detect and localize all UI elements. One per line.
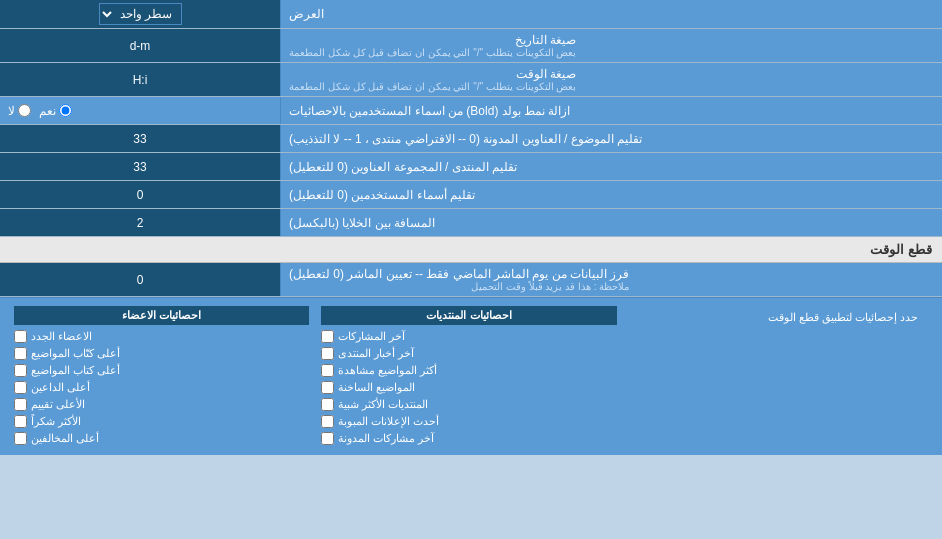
posts-stats-col: احصائيات المنتديات آخر المشاركات آخر أخب… bbox=[315, 304, 622, 449]
stats-posts-checkbox-4[interactable] bbox=[321, 398, 334, 411]
topic-titles-label: تقليم الموضوع / العناوين المدونة (0 -- ا… bbox=[280, 125, 942, 152]
cell-gap-input[interactable] bbox=[8, 216, 272, 230]
cell-gap-input-container bbox=[0, 209, 280, 236]
stats-item-4: المنتديات الأكثر شبية bbox=[321, 396, 616, 413]
date-format-input[interactable] bbox=[8, 39, 272, 53]
stats-posts-checkbox-0[interactable] bbox=[321, 330, 334, 343]
topic-titles-row: تقليم الموضوع / العناوين المدونة (0 -- ا… bbox=[0, 125, 942, 153]
user-names-input-container bbox=[0, 181, 280, 208]
stats-members-checkbox-4[interactable] bbox=[14, 398, 27, 411]
section-label: العرض bbox=[280, 0, 942, 28]
stats-item-3: المواضيع الساخنة bbox=[321, 379, 616, 396]
members-stats-col: احصائيات الاعضاء الاعضاء الجدد أعلى كتّا… bbox=[8, 304, 315, 449]
stats-members-checkbox-2[interactable] bbox=[14, 364, 27, 377]
cutoff-input-container bbox=[0, 263, 280, 296]
members-col-title: احصائيات الاعضاء bbox=[14, 306, 309, 325]
stats-members-checkbox-6[interactable] bbox=[14, 432, 27, 445]
bold-radio-no-label: لا bbox=[8, 104, 31, 118]
cell-gap-label: المسافة بين الخلايا (بالبكسل) bbox=[280, 209, 942, 236]
time-format-input-container bbox=[0, 63, 280, 96]
time-format-label: صيغة الوقت بعض التكوينات يتطلب "/" التي … bbox=[280, 63, 942, 96]
forum-titles-label: تقليم المنتدى / المجموعة العناوين (0 للت… bbox=[280, 153, 942, 180]
stats-layout: حدد إحصائيات لتطبيق قطع الوقت احصائيات ا… bbox=[8, 304, 934, 449]
stats-member-2: أعلى كتاب المواضيع bbox=[14, 362, 309, 379]
stats-item-1: آخر أخبار المنتدى bbox=[321, 345, 616, 362]
stats-item-6: آخر مشاركات المدونة bbox=[321, 430, 616, 447]
stats-posts-checkbox-5[interactable] bbox=[321, 415, 334, 428]
topic-titles-input-container bbox=[0, 125, 280, 152]
stats-members-checkbox-0[interactable] bbox=[14, 330, 27, 343]
stats-posts-checkbox-1[interactable] bbox=[321, 347, 334, 360]
stats-posts-checkbox-3[interactable] bbox=[321, 381, 334, 394]
dropdown-container: سطر واحد bbox=[0, 0, 280, 28]
header-row: العرض سطر واحد bbox=[0, 0, 942, 29]
date-format-label: صيغة التاريخ بعض التكوينات يتطلب "/" الت… bbox=[280, 29, 942, 62]
main-container: العرض سطر واحد صيغة التاريخ بعض التكوينا… bbox=[0, 0, 942, 455]
bold-radio-no[interactable] bbox=[18, 104, 31, 117]
user-names-input[interactable] bbox=[8, 188, 272, 202]
time-format-row: صيغة الوقت بعض التكوينات يتطلب "/" التي … bbox=[0, 63, 942, 97]
cutoff-section-header: قطع الوقت bbox=[0, 237, 942, 263]
stats-members-checkbox-1[interactable] bbox=[14, 347, 27, 360]
forum-titles-input[interactable] bbox=[8, 160, 272, 174]
stats-member-5: الأكثر شكراً bbox=[14, 413, 309, 430]
posts-col-title: احصائيات المنتديات bbox=[321, 306, 616, 325]
stats-posts-checkbox-6[interactable] bbox=[321, 432, 334, 445]
stats-members-checkbox-5[interactable] bbox=[14, 415, 27, 428]
stats-member-6: أعلى المخالفين bbox=[14, 430, 309, 447]
user-names-row: تقليم أسماء المستخدمين (0 للتعطيل) bbox=[0, 181, 942, 209]
stats-member-3: أعلى الداعين bbox=[14, 379, 309, 396]
cell-gap-row: المسافة بين الخلايا (بالبكسل) bbox=[0, 209, 942, 237]
stats-member-1: أعلى كتّاب المواضيع bbox=[14, 345, 309, 362]
user-names-label: تقليم أسماء المستخدمين (0 للتعطيل) bbox=[280, 181, 942, 208]
bold-radio-yes[interactable] bbox=[59, 104, 72, 117]
bold-remove-row: ازالة نمط بولد (Bold) من اسماء المستخدمي… bbox=[0, 97, 942, 125]
display-mode-select[interactable]: سطر واحد bbox=[99, 3, 182, 25]
forum-titles-input-container bbox=[0, 153, 280, 180]
stats-item-0: آخر المشاركات bbox=[321, 328, 616, 345]
bold-radio-container: نعم لا bbox=[0, 97, 280, 124]
date-format-input-container bbox=[0, 29, 280, 62]
stats-member-0: الاعضاء الجدد bbox=[14, 328, 309, 345]
stats-member-4: الأعلى تقييم bbox=[14, 396, 309, 413]
forum-titles-row: تقليم المنتدى / المجموعة العناوين (0 للت… bbox=[0, 153, 942, 181]
cutoff-label: فرز البيانات من يوم الماشر الماضي فقط --… bbox=[280, 263, 942, 296]
bold-radio-yes-label: نعم bbox=[39, 104, 72, 118]
stats-section: حدد إحصائيات لتطبيق قطع الوقت احصائيات ا… bbox=[0, 297, 942, 455]
date-format-row: صيغة التاريخ بعض التكوينات يتطلب "/" الت… bbox=[0, 29, 942, 63]
topic-titles-input[interactable] bbox=[8, 132, 272, 146]
cutoff-input[interactable] bbox=[8, 273, 272, 287]
stats-item-2: أكثر المواضيع مشاهدة bbox=[321, 362, 616, 379]
apply-label-col: حدد إحصائيات لتطبيق قطع الوقت bbox=[623, 304, 934, 449]
stats-posts-checkbox-2[interactable] bbox=[321, 364, 334, 377]
bold-remove-label: ازالة نمط بولد (Bold) من اسماء المستخدمي… bbox=[280, 97, 942, 124]
stats-item-5: أحدث الإعلانات المبوبة bbox=[321, 413, 616, 430]
stats-members-checkbox-3[interactable] bbox=[14, 381, 27, 394]
time-format-input[interactable] bbox=[8, 73, 272, 87]
cutoff-row: فرز البيانات من يوم الماشر الماضي فقط --… bbox=[0, 263, 942, 297]
